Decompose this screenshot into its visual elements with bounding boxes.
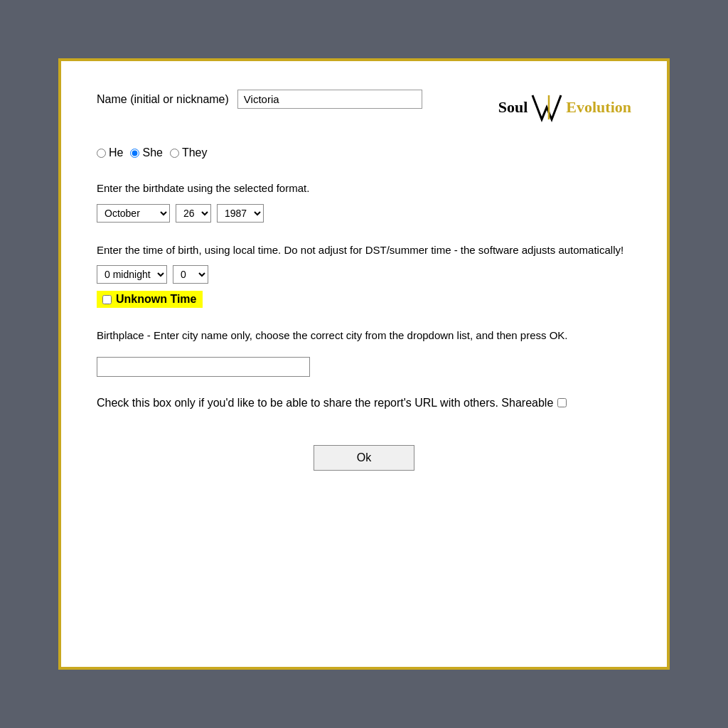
name-input[interactable] — [237, 90, 422, 109]
unknown-time-label: Unknown Time — [116, 293, 197, 306]
header-row: Name (initial or nickname) Soul Evolutio… — [97, 90, 631, 125]
logo-soul-text: Soul — [498, 98, 528, 117]
ok-button[interactable]: Ok — [314, 445, 414, 471]
time-dropdowns: 0 midnight123 45678 9101112 noon 1314151… — [97, 265, 631, 284]
gender-she-radio[interactable] — [130, 149, 139, 158]
birthplace-label: Birthplace - Enter city name only, choos… — [97, 328, 631, 344]
unknown-time-checkbox[interactable] — [102, 295, 112, 304]
gender-they-text: They — [182, 146, 208, 159]
minute-select[interactable]: 051015 20253035 40455055 — [173, 265, 208, 284]
ok-row: Ok — [97, 445, 631, 471]
birthplace-section: Birthplace - Enter city name only, choos… — [97, 328, 631, 377]
shareable-checkbox[interactable] — [557, 398, 567, 407]
name-row: Name (initial or nickname) — [97, 90, 422, 109]
gender-he-label[interactable]: He — [97, 146, 123, 159]
logo-evolution-text: Evolution — [566, 98, 631, 117]
name-label: Name (initial or nickname) — [97, 93, 229, 106]
birth-time-label: Enter the time of birth, using local tim… — [97, 242, 631, 259]
shareable-row: Check this box only if you'd like to be … — [97, 397, 631, 410]
birthdate-section: Enter the birthdate using the selected f… — [97, 181, 631, 223]
gender-he-text: He — [109, 146, 123, 159]
hour-select[interactable]: 0 midnight123 45678 9101112 noon 1314151… — [97, 265, 167, 284]
month-select[interactable]: JanuaryFebruaryMarch AprilMayJune JulyAu… — [97, 204, 170, 223]
main-dialog: Name (initial or nickname) Soul Evolutio… — [58, 58, 670, 670]
gender-she-label[interactable]: She — [130, 146, 162, 159]
gender-they-label[interactable]: They — [170, 146, 208, 159]
birth-time-section: Enter the time of birth, using local tim… — [97, 242, 631, 309]
day-select[interactable]: 12345 678910 1112131415 1617181920 21222… — [176, 204, 211, 223]
shareable-label: Check this box only if you'd like to be … — [97, 397, 553, 410]
gender-they-radio[interactable] — [170, 149, 179, 158]
year-select[interactable]: 198419851986 1987198819891990 — [217, 204, 264, 223]
shareable-section: Check this box only if you'd like to be … — [97, 397, 631, 410]
birthdate-dropdowns: JanuaryFebruaryMarch AprilMayJune JulyAu… — [97, 204, 631, 223]
gender-she-text: She — [142, 146, 162, 159]
gender-he-radio[interactable] — [97, 149, 106, 158]
gender-row: He She They — [97, 146, 631, 159]
unknown-time-row: Unknown Time — [97, 291, 203, 308]
logo-area: Soul Evolution — [498, 90, 631, 125]
birthdate-label: Enter the birthdate using the selected f… — [97, 181, 631, 197]
logo-icon — [529, 90, 564, 125]
birthplace-input[interactable] — [97, 357, 310, 377]
